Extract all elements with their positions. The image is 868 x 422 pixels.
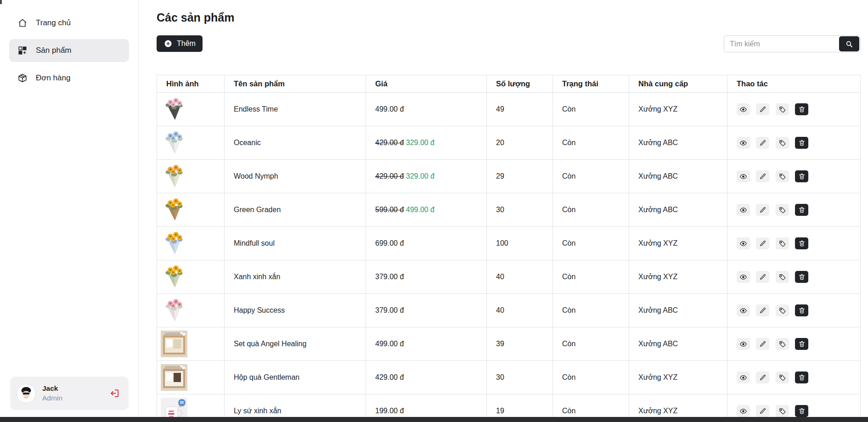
product-price: 699.00 đ <box>366 227 487 260</box>
view-button[interactable] <box>737 405 750 417</box>
pencil-icon <box>759 407 767 415</box>
column-header-name: Tên sản phẩm <box>225 75 366 93</box>
delete-button[interactable] <box>795 405 808 417</box>
search-icon <box>845 40 853 48</box>
edit-button[interactable] <box>756 271 769 283</box>
delete-button[interactable] <box>795 237 808 249</box>
product-image <box>161 364 187 391</box>
product-name: Endless Time <box>225 93 366 126</box>
product-actions <box>727 126 861 160</box>
product-old-price: 599.00 đ <box>375 206 404 214</box>
product-actions <box>727 227 861 260</box>
product-actions <box>727 327 861 361</box>
eye-icon <box>739 374 747 382</box>
delete-button[interactable] <box>795 338 808 350</box>
tag-button[interactable] <box>776 103 789 115</box>
product-old-price: 429.00 đ <box>375 139 404 146</box>
sidebar: Trang chủ Sản phẩm Đơn hàng <box>0 0 139 422</box>
view-button[interactable] <box>737 237 750 249</box>
view-button[interactable] <box>737 371 750 383</box>
delete-button[interactable] <box>795 103 808 115</box>
tag-button[interactable] <box>776 304 789 316</box>
product-supplier: Xưởng ABC <box>629 327 727 361</box>
product-price: 499.00 đ <box>366 93 487 126</box>
plus-circle-icon <box>163 39 173 48</box>
view-button[interactable] <box>737 338 750 350</box>
product-image <box>161 264 187 290</box>
product-name: Mindfull soul <box>225 227 366 260</box>
trash-icon <box>798 139 806 146</box>
product-supplier: Xưởng ABC <box>629 160 727 193</box>
product-status: Còn <box>553 361 629 394</box>
edit-button[interactable] <box>756 338 769 350</box>
product-quantity: 20 <box>487 126 553 160</box>
pencil-icon <box>759 374 767 381</box>
delete-button[interactable] <box>795 371 808 383</box>
tag-button[interactable] <box>776 405 789 417</box>
table-row: Set quà Angel Healing 499.00 đ 39 Còn Xư… <box>157 327 861 361</box>
edit-button[interactable] <box>756 204 769 216</box>
edit-button[interactable] <box>756 103 769 115</box>
tag-icon <box>778 139 786 147</box>
delete-button[interactable] <box>795 304 808 316</box>
tag-button[interactable] <box>776 237 789 249</box>
product-actions <box>727 260 861 294</box>
edit-button[interactable] <box>756 137 769 149</box>
product-price: 379.00 đ <box>366 260 487 294</box>
view-button[interactable] <box>737 271 750 283</box>
add-button[interactable]: Thêm <box>157 35 203 52</box>
edit-button[interactable] <box>756 170 769 182</box>
view-button[interactable] <box>737 204 750 216</box>
product-image <box>161 163 187 190</box>
tag-icon <box>778 407 786 415</box>
product-name: Oceanic <box>225 126 366 160</box>
sidebar-item-home[interactable]: Trang chủ <box>9 11 129 34</box>
view-button[interactable] <box>737 103 750 115</box>
trash-icon <box>798 374 806 381</box>
product-quantity: 40 <box>487 260 553 294</box>
product-supplier: Xưởng ABC <box>629 294 727 327</box>
tag-button[interactable] <box>776 137 789 149</box>
pencil-icon <box>759 273 767 281</box>
product-sale-price: 329.00 đ <box>406 172 434 180</box>
product-price: 429.00 đ 329.00 đ <box>366 160 487 193</box>
table-row: Wood Nymph 429.00 đ 329.00 đ 29 Còn Xưởn… <box>157 160 861 193</box>
product-quantity: 49 <box>487 93 553 126</box>
product-supplier: Xưởng XYZ <box>629 260 727 294</box>
edit-button[interactable] <box>756 371 769 383</box>
product-sale-price: 499.00 đ <box>406 206 434 214</box>
table-row: Endless Time 499.00 đ 49 Còn Xưởng XYZ <box>157 93 861 126</box>
table-header-row: Hình ảnh Tên sản phẩm Giá Số lượng Trạng… <box>157 75 861 93</box>
view-button[interactable] <box>737 170 750 182</box>
search-button[interactable] <box>839 36 859 51</box>
tag-button[interactable] <box>776 271 789 283</box>
column-header-supplier: Nhà cung cấp <box>629 75 727 93</box>
eye-icon <box>739 340 747 348</box>
delete-button[interactable] <box>795 137 808 149</box>
edit-button[interactable] <box>756 237 769 249</box>
edit-button[interactable] <box>756 405 769 417</box>
sidebar-nav: Trang chủ Sản phẩm Đơn hàng <box>0 0 138 90</box>
horizontal-scrollbar[interactable] <box>0 417 868 422</box>
view-button[interactable] <box>737 137 750 149</box>
add-button-label: Thêm <box>177 39 196 48</box>
sidebar-item-products[interactable]: Sản phẩm <box>9 39 129 62</box>
product-actions <box>727 93 861 126</box>
delete-button[interactable] <box>795 204 808 216</box>
product-quantity: 30 <box>487 361 553 394</box>
user-card: Jack Admin <box>10 377 129 410</box>
edit-button[interactable] <box>756 304 769 316</box>
tag-button[interactable] <box>776 371 789 383</box>
eye-icon <box>739 240 747 248</box>
logout-button[interactable] <box>109 388 120 399</box>
tag-button[interactable] <box>776 338 789 350</box>
sidebar-item-orders[interactable]: Đơn hàng <box>9 67 129 90</box>
product-status: Còn <box>553 126 629 160</box>
tag-button[interactable] <box>776 204 789 216</box>
view-button[interactable] <box>737 304 750 316</box>
pencil-icon <box>759 240 767 247</box>
tag-button[interactable] <box>776 170 789 182</box>
delete-button[interactable] <box>795 271 808 283</box>
product-status: Còn <box>553 93 629 126</box>
delete-button[interactable] <box>795 170 808 182</box>
